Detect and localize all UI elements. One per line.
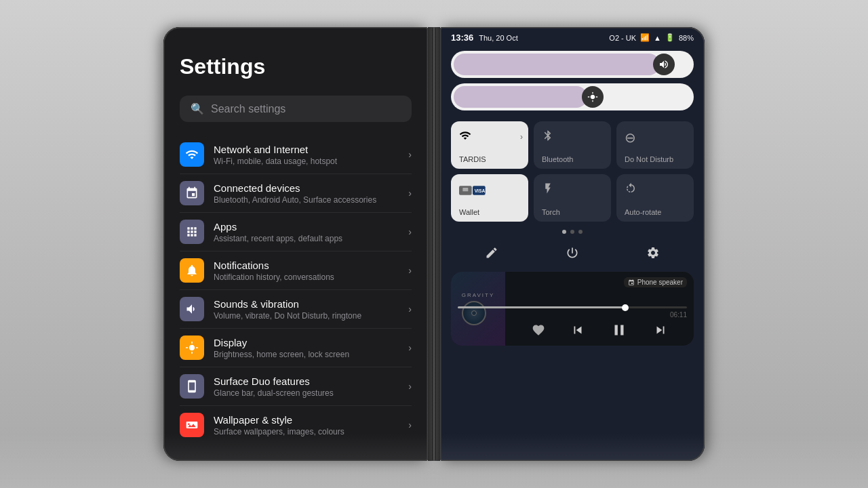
wallpaper-item-text: Wallpaper & style Surface wallpapers, im… [214,414,408,436]
sounds-subtitle: Volume, vibrate, Do Not Disturb, rington… [214,311,408,321]
surface-title: Surface Duo features [214,375,408,387]
settings-item-connected[interactable]: Connected devices Bluetooth, Android Aut… [180,174,412,213]
music-prev-button[interactable] [570,323,585,338]
notifications-subtitle: Notification history, conversations [214,272,408,282]
rotate-icon [625,182,688,198]
toggle-rotate[interactable]: Auto-rotate [616,174,694,222]
apps-icon [180,220,204,244]
connected-item-text: Connected devices Bluetooth, Android Aut… [214,182,408,205]
network-subtitle: Wi-Fi, mobile, data usage, hotspot [214,157,408,166]
rotate-label: Auto-rotate [625,208,688,216]
brightness-slider[interactable] [451,83,694,110]
surface-item-text: Surface Duo features Glance bar, dual-sc… [214,375,408,398]
settings-button[interactable] [639,239,667,266]
notifications-icon [180,258,204,283]
connected-chevron: › [408,188,412,199]
screen-left: Settings 🔍 Search settings Network and [163,27,428,461]
connected-title: Connected devices [214,182,408,194]
toggle-dnd[interactable]: ⊖ Do Not Disturb [616,121,694,169]
sounds-title: Sounds & vibration [214,298,408,310]
pagination-dots [440,227,705,237]
network-title: Network and Internet [214,144,408,155]
dot-3 [578,230,583,234]
action-row [440,237,705,269]
hinge [428,27,440,461]
signal-icon: ▲ [654,34,661,42]
search-bar[interactable]: 🔍 Search settings [180,96,412,122]
surface-icon [180,374,204,399]
speaker-badge[interactable]: Phone speaker [624,277,687,287]
status-time: 13:36 [451,33,473,43]
brightness-slider-icon [582,86,604,108]
quick-settings-panel: 13:36 Thu, 20 Oct O2 - UK 📶 ▲ 🔋 88% [440,27,705,461]
toggle-wallet[interactable]: VISA Wallet [451,174,528,222]
bluetooth-label: Bluetooth [542,155,606,163]
apps-chevron: › [408,226,412,237]
sliders-section [440,45,705,116]
svg-text:VISA: VISA [475,188,486,193]
progress-fill [458,306,625,308]
network-chevron: › [408,149,412,160]
apps-item-text: Apps Assistant, recent apps, default app… [214,221,408,243]
search-icon: 🔍 [191,102,204,115]
wallet-icon: VISA [459,182,523,202]
toggle-bluetooth[interactable]: Bluetooth [534,121,611,169]
wallpaper-title: Wallpaper & style [214,414,408,426]
scene: Settings 🔍 Search settings Network and [0,0,868,488]
brightness-fill [454,86,587,108]
settings-item-surface[interactable]: Surface Duo features Glance bar, dual-sc… [180,367,412,406]
volume-fill [454,54,660,75]
notifications-chevron: › [408,265,412,276]
toggle-wifi[interactable]: › TARDIS [451,121,528,169]
display-subtitle: Brightness, home screen, lock screen [214,350,408,359]
settings-list: Network and Internet Wi-Fi, mobile, data… [180,136,412,444]
music-pause-button[interactable] [610,321,628,339]
music-heart-button[interactable] [532,323,545,337]
status-right: O2 - UK 📶 ▲ 🔋 88% [609,33,694,42]
album-name: GRAVITY [462,292,495,298]
progress-dot [622,304,629,311]
display-icon [180,336,204,360]
settings-item-apps[interactable]: Apps Assistant, recent apps, default app… [180,213,412,251]
toggle-torch[interactable]: Torch [534,174,611,222]
search-placeholder-text: Search settings [211,103,285,115]
status-date: Thu, 20 Oct [479,34,517,42]
sounds-item-text: Sounds & vibration Volume, vibrate, Do N… [214,298,408,321]
wifi-status-icon: 📶 [640,33,650,42]
sounds-chevron: › [408,304,412,314]
torch-icon [542,182,606,198]
settings-item-notifications[interactable]: Notifications Notification history, conv… [180,251,412,290]
music-album-art: GRAVITY [451,272,505,346]
notifications-item-text: Notifications Notification history, conv… [214,260,408,282]
edit-button[interactable] [478,239,505,266]
sounds-icon [180,297,204,321]
speaker-label: Phone speaker [637,279,683,286]
notifications-title: Notifications [214,260,408,271]
network-icon [180,142,204,167]
settings-item-display[interactable]: Display Brightness, home screen, lock sc… [180,329,412,367]
display-title: Display [214,337,408,348]
progress-bar[interactable] [458,306,687,308]
apps-title: Apps [214,221,408,232]
torch-label: Torch [542,208,606,216]
wifi-arrow-icon: › [520,132,523,142]
surface-subtitle: Glance bar, dual-screen gestures [214,388,408,398]
time-total: 06:11 [670,311,687,319]
bluetooth-icon [542,129,606,145]
display-chevron: › [408,342,412,353]
wallpaper-chevron: › [408,420,412,430]
battery-icon: 🔋 [665,33,675,42]
settings-item-network[interactable]: Network and Internet Wi-Fi, mobile, data… [180,136,412,174]
apps-subtitle: Assistant, recent apps, default apps [214,234,408,243]
dnd-icon: ⊖ [625,129,688,146]
music-next-button[interactable] [653,323,668,338]
battery-percent: 88% [679,34,694,42]
volume-slider[interactable] [451,51,694,78]
connected-icon [180,181,204,205]
power-button[interactable] [559,239,586,266]
settings-item-sounds[interactable]: Sounds & vibration Volume, vibrate, Do N… [180,290,412,329]
dnd-label: Do Not Disturb [625,155,688,163]
settings-title: Settings [180,54,412,79]
svg-rect-1 [462,188,468,191]
vinyl-disc [462,301,486,325]
